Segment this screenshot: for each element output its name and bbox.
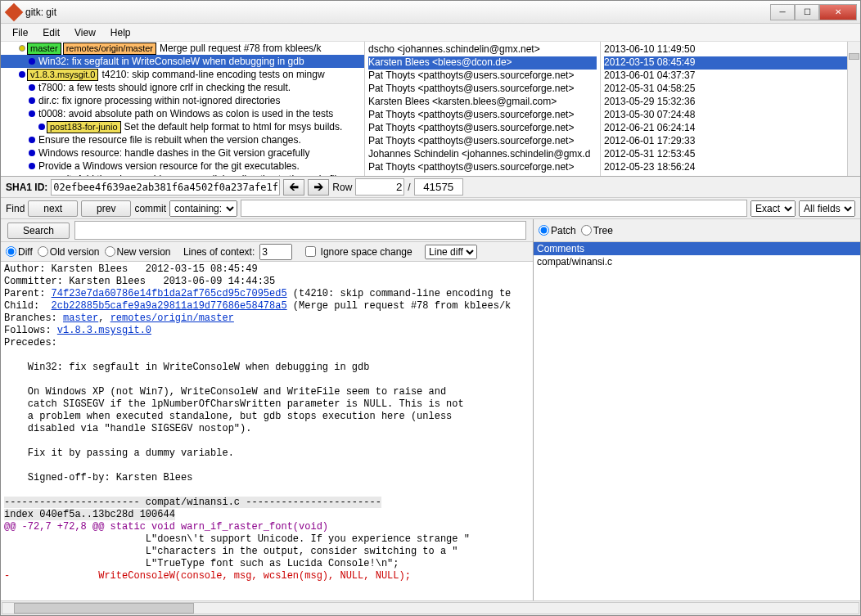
maximize-button[interactable]: ☐ (795, 4, 819, 20)
graph-node-icon (38, 124, 45, 130)
branch-link[interactable]: master (63, 312, 98, 324)
find-mode-select[interactable]: containing: (169, 200, 237, 217)
child-link[interactable]: 2cb22885b5cafe9a9a29811a19d77686e58478a5 (52, 300, 287, 312)
date-row[interactable]: 2013-06-10 11:49:50 (604, 43, 857, 56)
commit-row[interactable]: t0008: avoid absolute path on Windows as… (1, 107, 364, 120)
oldver-radio[interactable] (38, 246, 48, 257)
back-button[interactable]: 🡰 (283, 179, 304, 196)
date-row[interactable]: 2012-05-28 02:46:54 (604, 174, 857, 176)
dates-column[interactable]: 2013-06-10 11:49:502012-03-15 08:45:4920… (601, 42, 860, 176)
file-pane: Patch Tree Comments compat/winansi.c (533, 219, 860, 600)
commit-subject: Ensure the resource file is rebuilt when… (38, 134, 301, 146)
ref-tag: post183-for-junio (47, 121, 121, 133)
diff-pane[interactable]: Author: Karsten Blees 2012-03-15 08:45:4… (1, 262, 533, 600)
author-row[interactable]: Pat Thoyts <patthoyts@users.sourceforge.… (368, 161, 597, 174)
commits-column[interactable]: masterremotes/origin/masterMerge pull re… (1, 42, 365, 176)
file-item[interactable]: compat/winansi.c (534, 255, 860, 268)
author-row[interactable]: Pat Thoyts <patthoyts@users.sourceforge.… (368, 70, 597, 83)
date-row[interactable]: 2012-06-01 17:29:33 (604, 135, 857, 148)
patch-radio[interactable] (539, 225, 549, 236)
author-row[interactable]: Pat Thoyts <patthoyts@users.sourceforge.… (368, 83, 597, 96)
statusbar (1, 600, 860, 615)
graph-node-icon (29, 137, 35, 143)
author-row[interactable]: Pierre le Riche <github@pleasedontspam.m… (368, 174, 597, 176)
menu-view[interactable]: View (68, 25, 102, 40)
find-exact-select[interactable]: Exact (751, 200, 796, 217)
date-row[interactable]: 2013-05-30 07:24:48 (604, 109, 857, 122)
loc-spinner[interactable] (259, 244, 292, 260)
graph-node-icon (29, 163, 35, 169)
linediff-select[interactable]: Line diff (425, 245, 477, 259)
author-row[interactable]: Pat Thoyts <patthoyts@users.sourceforge.… (368, 135, 597, 148)
diff-radio[interactable] (6, 246, 16, 257)
menu-edit[interactable]: Edit (36, 25, 66, 40)
commit-row[interactable]: t7800: a few tests should ignore crlf in… (1, 81, 364, 94)
commit-row[interactable]: v1.8.3.msysgit.0t4210: skip command-line… (1, 68, 364, 81)
parent-link[interactable]: 74f23e7da60786e14fb1da2af765cd95c7095ed5 (52, 288, 287, 299)
find-next-button[interactable]: next (28, 200, 78, 217)
loc-label: Lines of context: (183, 246, 255, 258)
h-scrollbar[interactable] (2, 602, 859, 614)
menubar: File Edit View Help (1, 24, 860, 42)
row-label: Row (332, 182, 352, 193)
minimize-button[interactable]: ─ (770, 4, 795, 20)
date-row[interactable]: 2012-05-31 12:53:45 (604, 148, 857, 161)
commit-subject: t4210: skip command-line encoding tests … (101, 69, 324, 80)
commit-subject: msysgit: Add the --large-address-aware l… (38, 173, 345, 176)
branch-link[interactable]: remotes/origin/master (110, 312, 234, 324)
nav-bar: SHA1 ID: 🡰 🡲 Row / (1, 177, 860, 198)
forward-button[interactable]: 🡲 (308, 179, 329, 196)
author-row[interactable]: Pat Thoyts <patthoyts@users.sourceforge.… (368, 109, 597, 122)
date-row[interactable]: 2013-05-29 15:32:36 (604, 96, 857, 109)
author-row[interactable]: dscho <johannes.schindelin@gmx.net> (368, 43, 597, 56)
total-rows (414, 178, 463, 196)
date-row[interactable]: 2012-03-15 08:45:49 (604, 56, 857, 70)
date-row[interactable]: 2012-06-21 06:24:14 (604, 122, 857, 135)
commit-row[interactable]: Ensure the resource file is rebuilt when… (1, 133, 364, 146)
menu-help[interactable]: Help (104, 25, 137, 40)
commit-row[interactable]: Provide a Windows version resource for t… (1, 160, 364, 173)
commit-row[interactable]: masterremotes/origin/masterMerge pull re… (1, 42, 364, 55)
date-row[interactable]: 2012-05-23 18:56:24 (604, 161, 857, 174)
file-list[interactable]: Comments compat/winansi.c (534, 242, 860, 600)
authors-column[interactable]: dscho <johannes.schindelin@gmx.net>Karst… (365, 42, 601, 176)
commit-row[interactable]: dir.c: fix ignore processing within not-… (1, 94, 364, 107)
find-prev-button[interactable]: prev (81, 200, 131, 217)
ignorews-checkbox[interactable] (305, 246, 316, 257)
newver-radio[interactable] (105, 246, 115, 257)
sha1-field[interactable] (51, 179, 280, 196)
commit-row[interactable]: msysgit: Add the --large-address-aware l… (1, 173, 364, 176)
search-input[interactable] (74, 221, 526, 240)
tree-radio[interactable] (581, 225, 592, 236)
author-row[interactable]: Karsten Blees <karsten.blees@gmail.com> (368, 96, 597, 109)
row-field[interactable] (355, 178, 404, 196)
author-row[interactable]: Johannes Schindelin <johannes.schindelin… (368, 148, 597, 161)
date-row[interactable]: 2013-06-01 04:37:37 (604, 70, 857, 83)
commit-subject: dir.c: fix ignore processing within not-… (38, 95, 280, 106)
find-target: commit (134, 203, 166, 214)
ref-tag: remotes/origin/master (63, 43, 156, 55)
commit-row[interactable]: post183-for-junioSet the default help fo… (1, 120, 364, 133)
sha1-label: SHA1 ID: (6, 182, 47, 193)
commit-row[interactable]: Win32: fix segfault in WriteConsoleW whe… (1, 55, 364, 68)
author-row[interactable]: Karsten Blees <blees@dcon.de> (368, 56, 597, 70)
graph-node-icon (19, 45, 25, 52)
titlebar[interactable]: gitk: git ─ ☐ ✕ (1, 1, 860, 24)
graph-node-icon (29, 58, 35, 65)
search-button[interactable]: Search (7, 223, 70, 239)
comments-header[interactable]: Comments (534, 242, 860, 255)
diff-options-bar: Diff Old version New version Lines of co… (1, 242, 533, 262)
find-bar: Find next prev commit containing: Exact … (1, 198, 860, 219)
commit-row[interactable]: Windows resource: handle dashes in the G… (1, 146, 364, 160)
tag-link[interactable]: v1.8.3.msysgit.0 (57, 325, 151, 336)
search-bar: Search (1, 219, 533, 242)
close-button[interactable]: ✕ (819, 4, 857, 20)
date-row[interactable]: 2012-05-31 04:58:25 (604, 83, 857, 96)
history-scrollbar[interactable] (847, 42, 860, 176)
find-input[interactable] (241, 200, 747, 217)
menu-file[interactable]: File (6, 25, 34, 40)
main-window: gitk: git ─ ☐ ✕ File Edit View Help mast… (0, 0, 861, 616)
author-row[interactable]: Pat Thoyts <patthoyts@users.sourceforge.… (368, 122, 597, 135)
find-fields-select[interactable]: All fields (799, 200, 855, 217)
commit-subject: t0008: avoid absolute path on Windows as… (38, 108, 333, 119)
